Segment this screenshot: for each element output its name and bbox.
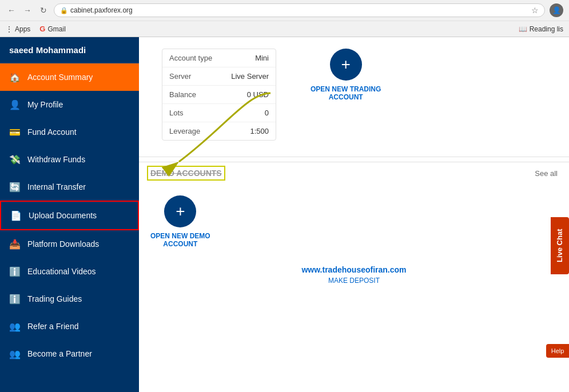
main-content: Account type Mini Server Live Server Bal…: [139, 37, 569, 392]
profile-avatar[interactable]: 👤: [550, 3, 563, 17]
sidebar-item-withdraw-funds[interactable]: 💸 Withdraw Funds: [0, 146, 139, 173]
sidebar-item-platform-downloads[interactable]: 📥 Platform Downloads: [0, 230, 139, 258]
sidebar: saeed Mohammadi 🏠 Account Summary 👤 My P…: [0, 37, 139, 392]
help-button[interactable]: Help: [546, 344, 569, 358]
table-row-leverage: Leverage 1:500: [162, 122, 276, 140]
reading-list-icon: 📖: [519, 25, 527, 33]
lots-value: 0: [265, 109, 269, 117]
lock-icon: 🔒: [60, 7, 68, 14]
server-label: Server: [169, 72, 191, 81]
partner-icon: 👥: [9, 348, 21, 359]
info-icon: ℹ️: [9, 266, 21, 277]
sidebar-item-become-partner[interactable]: 👥 Become a Partner: [0, 340, 139, 367]
sidebar-label-trading-guides: Trading Guides: [27, 294, 82, 303]
star-icon: ☆: [531, 6, 539, 15]
sidebar-label-educational-videos: Educational Videos: [27, 267, 96, 276]
demo-accounts-title: DEMO ACCOUNTS: [150, 169, 222, 178]
back-button[interactable]: ←: [6, 5, 17, 16]
apps-bookmark[interactable]: ⋮ Apps: [6, 25, 30, 33]
home-icon: 🏠: [9, 71, 21, 83]
sidebar-label-upload-documents: Upload Documents: [29, 211, 97, 220]
leverage-value: 1:500: [250, 127, 269, 135]
balance-label: Balance: [169, 90, 196, 99]
add-trading-account-icon: +: [330, 49, 362, 81]
user-icon: 👤: [9, 99, 21, 110]
reading-list-label: Reading lis: [530, 25, 563, 33]
google-icon: G: [39, 25, 45, 33]
sidebar-item-refer-friend[interactable]: 👥 Refer a Friend: [0, 313, 139, 340]
account-type-value: Mini: [255, 54, 269, 62]
apps-grid-icon: ⋮: [6, 25, 13, 33]
sidebar-label-account-summary: Account Summary: [27, 73, 93, 82]
sidebar-item-internal-transfer[interactable]: 🔄 Internal Transfer: [0, 173, 139, 201]
sidebar-item-fund-account[interactable]: 💳 Fund Account: [0, 118, 139, 146]
withdraw-icon: 💸: [9, 154, 21, 165]
table-row-server: Server Live Server: [162, 67, 276, 86]
sidebar-item-upload-documents[interactable]: 📄 Upload Documents: [0, 201, 139, 230]
table-row-balance: Balance 0 USD: [162, 86, 276, 104]
open-trading-account-label: OPEN NEW TRADING ACCOUNT: [311, 85, 381, 101]
guide-icon: ℹ️: [9, 293, 21, 305]
demo-content-area: + OPEN NEW DEMO ACCOUNT: [139, 184, 569, 259]
sidebar-label-my-profile: My Profile: [27, 100, 63, 109]
sidebar-label-platform-downloads: Platform Downloads: [27, 239, 99, 249]
url-text: cabinet.paxforex.org: [70, 6, 133, 14]
make-deposit-label: MAKE DEPOSIT: [139, 277, 569, 289]
add-demo-account-icon: +: [164, 195, 196, 227]
apps-label: Apps: [15, 25, 30, 33]
open-trading-account-button[interactable]: + OPEN NEW TRADING ACCOUNT: [311, 49, 381, 101]
browser-toolbar: ← → ↻ 🔒 cabinet.paxforex.org ☆ 👤: [0, 0, 569, 21]
annotation-arrow: [138, 201, 139, 230]
demo-accounts-section-header: DEMO ACCOUNTS See all: [139, 162, 569, 184]
sidebar-item-my-profile[interactable]: 👤 My Profile: [0, 91, 139, 118]
address-bar[interactable]: 🔒 cabinet.paxforex.org ☆: [54, 3, 545, 17]
browser-chrome: ← → ↻ 🔒 cabinet.paxforex.org ☆ 👤 ⋮ Apps …: [0, 0, 569, 37]
open-demo-account-button[interactable]: + OPEN NEW DEMO ACCOUNT: [150, 195, 210, 248]
forward-button[interactable]: →: [22, 5, 33, 16]
app-layout: saeed Mohammadi 🏠 Account Summary 👤 My P…: [0, 37, 569, 392]
refer-icon: 👥: [9, 321, 21, 332]
gmail-bookmark[interactable]: G Gmail: [39, 25, 65, 33]
live-chat-button[interactable]: Live Chat: [551, 217, 569, 274]
sidebar-item-educational-videos[interactable]: ℹ️ Educational Videos: [0, 258, 139, 285]
open-demo-account-label: OPEN NEW DEMO ACCOUNT: [150, 232, 210, 248]
table-row-lots: Lots 0: [162, 104, 276, 122]
lots-label: Lots: [169, 109, 184, 117]
sidebar-label-refer-friend: Refer a Friend: [27, 322, 78, 331]
see-all-link[interactable]: See all: [535, 169, 558, 178]
transfer-icon: 🔄: [9, 181, 21, 193]
refresh-button[interactable]: ↻: [38, 5, 49, 16]
sidebar-label-internal-transfer: Internal Transfer: [27, 182, 86, 191]
sidebar-item-trading-guides[interactable]: ℹ️ Trading Guides: [0, 285, 139, 313]
download-icon: 📥: [9, 238, 21, 250]
gmail-label: Gmail: [47, 25, 65, 33]
fund-icon: 💳: [9, 126, 21, 138]
sidebar-user-name: saeed Mohammadi: [0, 37, 139, 63]
table-row-account-type: Account type Mini: [162, 49, 276, 67]
document-icon: 📄: [10, 210, 22, 221]
account-type-label: Account type: [169, 54, 212, 62]
server-value: Live Server: [231, 72, 269, 81]
sidebar-label-become-partner: Become a Partner: [27, 349, 92, 358]
sidebar-item-account-summary[interactable]: 🏠 Account Summary: [0, 63, 139, 91]
sidebar-label-fund-account: Fund Account: [27, 127, 77, 137]
balance-value: 0 USD: [247, 90, 269, 99]
watermark-url: www.tradehouseofiran.com: [139, 259, 569, 277]
reading-list[interactable]: 📖 Reading lis: [519, 25, 563, 33]
bookmarks-bar: ⋮ Apps G Gmail 📖 Reading lis: [0, 21, 569, 37]
account-table: Account type Mini Server Live Server Bal…: [162, 49, 276, 141]
leverage-label: Leverage: [169, 127, 200, 135]
sidebar-label-withdraw-funds: Withdraw Funds: [27, 155, 85, 164]
